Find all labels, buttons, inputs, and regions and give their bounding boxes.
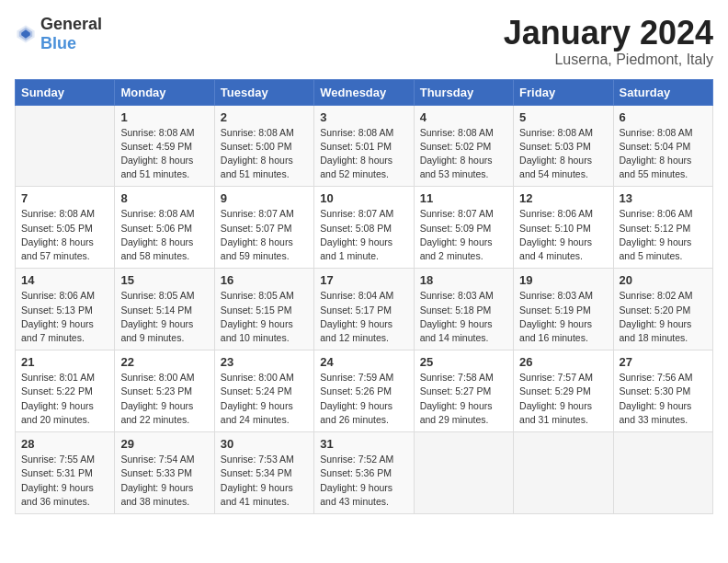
day-number: 11 <box>420 191 507 205</box>
calendar-header-row: SundayMondayTuesdayWednesdayThursdayFrid… <box>16 79 713 105</box>
calendar-cell: 3Sunrise: 8:08 AMSunset: 5:01 PMDaylight… <box>314 105 414 187</box>
day-info: Sunrise: 8:08 AMSunset: 4:59 PMDaylight:… <box>120 126 208 182</box>
day-number: 19 <box>519 273 607 287</box>
day-info: Sunrise: 8:07 AMSunset: 5:08 PMDaylight:… <box>320 207 407 263</box>
day-number: 9 <box>221 191 308 205</box>
calendar-cell: 16Sunrise: 8:05 AMSunset: 5:15 PMDayligh… <box>214 269 313 350</box>
day-info: Sunrise: 8:03 AMSunset: 5:19 PMDaylight:… <box>519 289 607 345</box>
day-number: 7 <box>21 191 108 205</box>
day-info: Sunrise: 8:06 AMSunset: 5:12 PMDaylight:… <box>620 207 707 263</box>
day-number: 30 <box>221 437 308 451</box>
day-number: 25 <box>420 355 507 369</box>
calendar-cell <box>613 432 712 514</box>
day-info: Sunrise: 8:08 AMSunset: 5:03 PMDaylight:… <box>519 126 607 182</box>
day-number: 3 <box>320 110 407 124</box>
calendar-week-row: 1Sunrise: 8:08 AMSunset: 4:59 PMDaylight… <box>16 105 713 187</box>
day-number: 23 <box>221 355 308 369</box>
calendar-cell: 22Sunrise: 8:00 AMSunset: 5:23 PMDayligh… <box>115 350 214 432</box>
day-number: 16 <box>221 273 308 287</box>
day-info: Sunrise: 7:57 AMSunset: 5:29 PMDaylight:… <box>519 371 607 427</box>
day-number: 21 <box>21 355 108 369</box>
calendar-cell: 18Sunrise: 8:03 AMSunset: 5:18 PMDayligh… <box>414 269 513 350</box>
calendar-cell: 14Sunrise: 8:06 AMSunset: 5:13 PMDayligh… <box>16 269 115 350</box>
day-number: 8 <box>120 191 208 205</box>
day-number: 31 <box>320 437 407 451</box>
day-of-week-header: Friday <box>514 79 613 105</box>
day-of-week-header: Saturday <box>613 79 712 105</box>
day-info: Sunrise: 7:52 AMSunset: 5:36 PMDaylight:… <box>320 453 407 509</box>
location-title: Luserna, Piedmont, Italy <box>504 52 713 68</box>
day-of-week-header: Sunday <box>16 79 115 105</box>
calendar-cell: 17Sunrise: 8:04 AMSunset: 5:17 PMDayligh… <box>314 269 414 350</box>
day-number: 1 <box>120 110 208 124</box>
day-info: Sunrise: 8:08 AMSunset: 5:01 PMDaylight:… <box>320 126 407 182</box>
calendar-cell: 20Sunrise: 8:02 AMSunset: 5:20 PMDayligh… <box>613 269 712 350</box>
day-info: Sunrise: 8:04 AMSunset: 5:17 PMDaylight:… <box>320 289 407 345</box>
day-info: Sunrise: 7:56 AMSunset: 5:30 PMDaylight:… <box>620 371 707 427</box>
day-info: Sunrise: 8:05 AMSunset: 5:14 PMDaylight:… <box>120 289 208 345</box>
calendar-table: SundayMondayTuesdayWednesdayThursdayFrid… <box>15 79 713 514</box>
calendar-cell: 1Sunrise: 8:08 AMSunset: 4:59 PMDaylight… <box>115 105 214 187</box>
calendar-cell: 27Sunrise: 7:56 AMSunset: 5:30 PMDayligh… <box>613 350 712 432</box>
day-info: Sunrise: 8:08 AMSunset: 5:06 PMDaylight:… <box>120 207 208 263</box>
day-number: 14 <box>21 273 108 287</box>
day-number: 26 <box>519 355 607 369</box>
day-info: Sunrise: 8:00 AMSunset: 5:23 PMDaylight:… <box>120 371 208 427</box>
day-number: 22 <box>120 355 208 369</box>
calendar-cell: 4Sunrise: 8:08 AMSunset: 5:02 PMDaylight… <box>414 105 513 187</box>
day-info: Sunrise: 8:08 AMSunset: 5:02 PMDaylight:… <box>420 126 507 182</box>
calendar-cell: 30Sunrise: 7:53 AMSunset: 5:34 PMDayligh… <box>214 432 313 514</box>
calendar-week-row: 14Sunrise: 8:06 AMSunset: 5:13 PMDayligh… <box>16 269 713 350</box>
day-info: Sunrise: 8:08 AMSunset: 5:04 PMDaylight:… <box>620 126 707 182</box>
day-info: Sunrise: 7:58 AMSunset: 5:27 PMDaylight:… <box>420 371 507 427</box>
day-info: Sunrise: 8:06 AMSunset: 5:10 PMDaylight:… <box>519 207 607 263</box>
calendar-cell <box>514 432 613 514</box>
calendar-cell: 29Sunrise: 7:54 AMSunset: 5:33 PMDayligh… <box>115 432 214 514</box>
calendar-cell: 7Sunrise: 8:08 AMSunset: 5:05 PMDaylight… <box>16 187 115 269</box>
day-info: Sunrise: 8:01 AMSunset: 5:22 PMDaylight:… <box>21 371 108 427</box>
day-number: 28 <box>21 437 108 451</box>
day-number: 13 <box>620 191 707 205</box>
logo-icon <box>15 23 37 45</box>
day-info: Sunrise: 8:08 AMSunset: 5:05 PMDaylight:… <box>21 207 108 263</box>
calendar-cell: 11Sunrise: 8:07 AMSunset: 5:09 PMDayligh… <box>414 187 513 269</box>
calendar-cell: 12Sunrise: 8:06 AMSunset: 5:10 PMDayligh… <box>514 187 613 269</box>
day-of-week-header: Wednesday <box>314 79 414 105</box>
day-number: 24 <box>320 355 407 369</box>
calendar-cell: 21Sunrise: 8:01 AMSunset: 5:22 PMDayligh… <box>16 350 115 432</box>
logo: General Blue <box>15 15 102 53</box>
calendar-cell: 15Sunrise: 8:05 AMSunset: 5:14 PMDayligh… <box>115 269 214 350</box>
day-number: 18 <box>420 273 507 287</box>
day-number: 2 <box>221 110 308 124</box>
logo-text: General Blue <box>40 15 102 53</box>
calendar-week-row: 28Sunrise: 7:55 AMSunset: 5:31 PMDayligh… <box>16 432 713 514</box>
day-info: Sunrise: 8:08 AMSunset: 5:00 PMDaylight:… <box>221 126 308 182</box>
day-of-week-header: Thursday <box>414 79 513 105</box>
calendar-cell: 24Sunrise: 7:59 AMSunset: 5:26 PMDayligh… <box>314 350 414 432</box>
calendar-week-row: 7Sunrise: 8:08 AMSunset: 5:05 PMDaylight… <box>16 187 713 269</box>
calendar-cell: 25Sunrise: 7:58 AMSunset: 5:27 PMDayligh… <box>414 350 513 432</box>
day-info: Sunrise: 7:54 AMSunset: 5:33 PMDaylight:… <box>120 453 208 509</box>
day-number: 6 <box>620 110 707 124</box>
calendar-cell: 2Sunrise: 8:08 AMSunset: 5:00 PMDaylight… <box>214 105 313 187</box>
day-info: Sunrise: 8:07 AMSunset: 5:09 PMDaylight:… <box>420 207 507 263</box>
day-info: Sunrise: 8:02 AMSunset: 5:20 PMDaylight:… <box>620 289 707 345</box>
calendar-cell: 19Sunrise: 8:03 AMSunset: 5:19 PMDayligh… <box>514 269 613 350</box>
calendar-cell: 31Sunrise: 7:52 AMSunset: 5:36 PMDayligh… <box>314 432 414 514</box>
logo-blue: Blue <box>40 34 76 52</box>
day-number: 27 <box>620 355 707 369</box>
day-number: 10 <box>320 191 407 205</box>
calendar-cell: 8Sunrise: 8:08 AMSunset: 5:06 PMDaylight… <box>115 187 214 269</box>
day-info: Sunrise: 8:06 AMSunset: 5:13 PMDaylight:… <box>21 289 108 345</box>
day-number: 4 <box>420 110 507 124</box>
calendar-cell: 23Sunrise: 8:00 AMSunset: 5:24 PMDayligh… <box>214 350 313 432</box>
calendar-cell: 28Sunrise: 7:55 AMSunset: 5:31 PMDayligh… <box>16 432 115 514</box>
day-info: Sunrise: 8:07 AMSunset: 5:07 PMDaylight:… <box>221 207 308 263</box>
calendar-cell: 26Sunrise: 7:57 AMSunset: 5:29 PMDayligh… <box>514 350 613 432</box>
day-info: Sunrise: 7:59 AMSunset: 5:26 PMDaylight:… <box>320 371 407 427</box>
day-number: 17 <box>320 273 407 287</box>
calendar-cell: 9Sunrise: 8:07 AMSunset: 5:07 PMDaylight… <box>214 187 313 269</box>
day-of-week-header: Monday <box>115 79 214 105</box>
calendar-cell: 5Sunrise: 8:08 AMSunset: 5:03 PMDaylight… <box>514 105 613 187</box>
day-number: 5 <box>519 110 607 124</box>
